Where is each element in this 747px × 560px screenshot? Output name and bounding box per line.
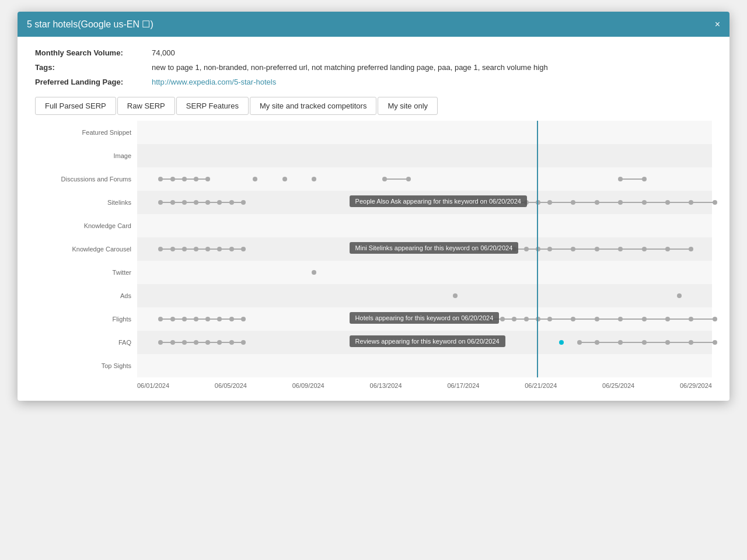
y-label-0: Featured Snippet xyxy=(35,121,137,144)
dot xyxy=(642,317,647,321)
y-label-10: Top Sights xyxy=(35,354,137,377)
y-axis: Featured SnippetImageDiscussions and For… xyxy=(35,121,137,377)
dot xyxy=(524,247,529,251)
dot xyxy=(229,200,234,205)
dot xyxy=(571,247,575,251)
chart-row-1 xyxy=(137,144,712,167)
dot xyxy=(618,200,623,205)
dot xyxy=(406,177,411,181)
dot xyxy=(642,177,647,181)
preferred-landing-page-link[interactable]: http://www.expedia.com/5-star-hotels xyxy=(152,78,276,86)
x-label-5: 06/21/2024 xyxy=(525,382,557,389)
modal-title: 5 star hotels(Google us-EN ☐) xyxy=(27,19,153,30)
vertical-line: 06/20/2024 xyxy=(537,121,538,377)
dot xyxy=(689,340,693,345)
dot xyxy=(713,200,717,205)
y-label-9: FAQ xyxy=(35,331,137,354)
tab-full-parsed-serp[interactable]: Full Parsed SERP xyxy=(35,97,116,115)
dot xyxy=(170,317,175,321)
dot xyxy=(713,317,717,321)
dot xyxy=(665,200,670,205)
chart-row-0 xyxy=(137,121,712,144)
dot xyxy=(170,340,175,345)
chart-row-10 xyxy=(137,354,712,377)
chart-row-6 xyxy=(137,261,712,284)
chart-row-7 xyxy=(137,284,712,307)
modal-container: 5 star hotels(Google us-EN ☐) × Monthly … xyxy=(18,12,729,401)
dot xyxy=(194,317,198,321)
y-label-2: Discussions and Forums xyxy=(35,167,137,191)
tags-label: Tags: xyxy=(35,63,152,72)
dot xyxy=(229,340,234,345)
line-segment xyxy=(385,178,408,180)
tab-my-site-only[interactable]: My site only xyxy=(378,97,438,115)
dot xyxy=(642,200,647,205)
dot xyxy=(194,200,198,205)
tabs-container: Full Parsed SERPRaw SERPSERP FeaturesMy … xyxy=(35,97,712,115)
dot xyxy=(229,317,234,321)
dot xyxy=(713,340,717,345)
tooltip: Hotels appearing for this keyword on 06/… xyxy=(350,312,500,324)
tooltip: People Also Ask appearing for this keywo… xyxy=(350,195,527,207)
dot xyxy=(665,317,670,321)
dot xyxy=(182,340,187,345)
preferred-landing-page-label: Preferred Landing Page: xyxy=(35,78,152,86)
dot xyxy=(618,340,623,345)
line-segment xyxy=(620,178,644,180)
dot xyxy=(170,177,175,181)
dot xyxy=(689,200,693,205)
dot xyxy=(595,317,599,321)
x-label-7: 06/29/2024 xyxy=(680,382,712,389)
dot xyxy=(182,200,187,205)
tab-raw-serp[interactable]: Raw SERP xyxy=(117,97,175,115)
dot xyxy=(665,247,670,251)
dot xyxy=(595,200,599,205)
dot xyxy=(595,247,599,251)
dot xyxy=(547,247,552,251)
y-label-4: Knowledge Card xyxy=(35,214,137,237)
dot xyxy=(595,340,599,345)
chart-grid: 06/20/2024People Also Ask appearing for … xyxy=(137,121,712,377)
line-segment xyxy=(580,342,715,343)
chart-row-2 xyxy=(137,167,712,191)
modal-header: 5 star hotels(Google us-EN ☐) × xyxy=(18,12,729,37)
dot-cyan xyxy=(559,340,564,345)
dot xyxy=(229,247,234,251)
dot xyxy=(241,200,246,205)
dot xyxy=(571,200,575,205)
dot xyxy=(677,293,682,298)
dot xyxy=(194,247,198,251)
y-label-6: Twitter xyxy=(35,261,137,284)
dot xyxy=(194,340,198,345)
dot xyxy=(618,177,623,181)
dot xyxy=(182,317,187,321)
tab-serp-features[interactable]: SERP Features xyxy=(176,97,249,115)
dot xyxy=(217,200,222,205)
dot xyxy=(571,317,575,321)
dot xyxy=(205,200,210,205)
dot xyxy=(689,247,693,251)
dot xyxy=(665,340,670,345)
dot xyxy=(547,317,552,321)
dot xyxy=(382,177,387,181)
dot xyxy=(253,177,257,181)
preferred-landing-page-row: Preferred Landing Page: http://www.exped… xyxy=(35,78,712,86)
monthly-search-volume-value: 74,000 xyxy=(152,48,175,57)
dot xyxy=(158,247,163,251)
dot xyxy=(241,247,246,251)
dot xyxy=(689,317,693,321)
close-button[interactable]: × xyxy=(715,19,720,30)
dot xyxy=(217,340,222,345)
y-label-1: Image xyxy=(35,144,137,167)
chart-row-4 xyxy=(137,214,712,237)
tooltip: Mini Sitelinks appearing for this keywor… xyxy=(350,242,519,254)
dot xyxy=(194,177,198,181)
chart-area: Featured SnippetImageDiscussions and For… xyxy=(35,121,712,389)
monthly-search-volume-label: Monthly Search Volume: xyxy=(35,48,152,57)
x-label-1: 06/05/2024 xyxy=(215,382,247,389)
tooltip: Reviews appearing for this keyword on 06… xyxy=(350,335,505,347)
tab-my-site-competitors[interactable]: My site and tracked competitors xyxy=(250,97,377,115)
dot xyxy=(182,247,187,251)
dot xyxy=(158,177,163,181)
dot xyxy=(158,200,163,205)
